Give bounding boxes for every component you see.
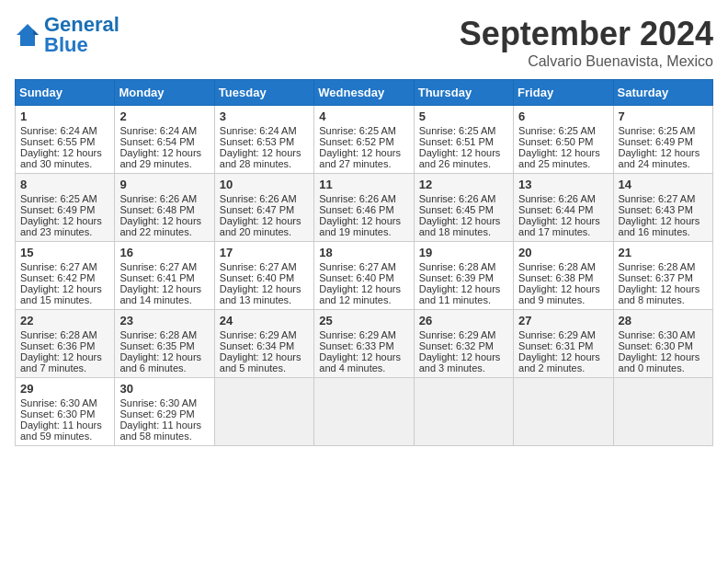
- day-number: 1: [20, 109, 109, 123]
- day-number: 4: [319, 109, 408, 123]
- table-row: 28Sunrise: 6:30 AMSunset: 6:30 PMDayligh…: [613, 310, 712, 378]
- sunrise-text: Sunrise: 6:26 AM: [319, 193, 396, 204]
- day-number: 16: [119, 246, 209, 259]
- daylight-text: Daylight: 12 hours and 28 minutes.: [220, 147, 301, 169]
- daylight-text: Daylight: 12 hours and 12 minutes.: [319, 283, 401, 305]
- calendar-week-row: 1Sunrise: 6:24 AMSunset: 6:55 PMDaylight…: [16, 106, 713, 174]
- sunrise-text: Sunrise: 6:25 AM: [20, 193, 97, 204]
- calendar-week-row: 15Sunrise: 6:27 AMSunset: 6:42 PMDayligh…: [16, 242, 713, 310]
- daylight-text: Daylight: 11 hours and 59 minutes.: [20, 419, 102, 442]
- table-row: 3Sunrise: 6:24 AMSunset: 6:53 PMDaylight…: [214, 106, 313, 174]
- sunrise-text: Sunrise: 6:25 AM: [518, 125, 596, 136]
- daylight-text: Daylight: 12 hours and 11 minutes.: [419, 283, 501, 305]
- sunset-text: Sunset: 6:52 PM: [319, 136, 393, 147]
- day-number: 29: [20, 382, 109, 396]
- sunset-text: Sunset: 6:36 PM: [20, 340, 95, 351]
- col-tuesday: Tuesday: [214, 80, 313, 106]
- day-number: 11: [319, 178, 408, 191]
- day-number: 10: [220, 178, 309, 191]
- day-number: 28: [619, 314, 708, 327]
- calendar-week-row: 29Sunrise: 6:30 AMSunset: 6:30 PMDayligh…: [16, 378, 713, 446]
- col-sunday: Sunday: [16, 80, 115, 106]
- col-wednesday: Wednesday: [314, 80, 414, 106]
- sunrise-text: Sunrise: 6:29 AM: [419, 329, 496, 340]
- day-number: 18: [319, 246, 408, 259]
- table-row: [314, 378, 414, 446]
- sunrise-text: Sunrise: 6:27 AM: [319, 261, 396, 272]
- daylight-text: Daylight: 12 hours and 14 minutes.: [119, 283, 201, 305]
- day-number: 9: [119, 178, 209, 191]
- day-number: 7: [619, 109, 708, 123]
- daylight-text: Daylight: 12 hours and 19 minutes.: [319, 215, 401, 237]
- table-row: 19Sunrise: 6:28 AMSunset: 6:39 PMDayligh…: [414, 242, 513, 310]
- sunset-text: Sunset: 6:39 PM: [419, 272, 494, 283]
- table-row: 13Sunrise: 6:26 AMSunset: 6:44 PMDayligh…: [514, 174, 613, 242]
- sunrise-text: Sunrise: 6:27 AM: [619, 193, 696, 204]
- sunset-text: Sunset: 6:48 PM: [119, 204, 194, 215]
- table-row: 9Sunrise: 6:26 AMSunset: 6:48 PMDaylight…: [115, 174, 214, 242]
- sunrise-text: Sunrise: 6:28 AM: [518, 261, 596, 272]
- day-number: 15: [20, 246, 109, 259]
- day-number: 24: [220, 314, 309, 327]
- calendar-table: Sunday Monday Tuesday Wednesday Thursday…: [15, 79, 713, 446]
- table-row: 4Sunrise: 6:25 AMSunset: 6:52 PMDaylight…: [314, 106, 414, 174]
- day-number: 30: [119, 382, 209, 396]
- sunset-text: Sunset: 6:33 PM: [319, 340, 393, 351]
- table-row: [613, 378, 712, 446]
- sunrise-text: Sunrise: 6:30 AM: [119, 397, 197, 408]
- calendar-week-row: 22Sunrise: 6:28 AMSunset: 6:36 PMDayligh…: [16, 310, 713, 378]
- daylight-text: Daylight: 12 hours and 4 minutes.: [319, 351, 401, 373]
- sunrise-text: Sunrise: 6:29 AM: [518, 329, 596, 340]
- col-friday: Friday: [514, 80, 613, 106]
- daylight-text: Daylight: 12 hours and 2 minutes.: [518, 351, 600, 373]
- sunset-text: Sunset: 6:45 PM: [419, 204, 494, 215]
- sunset-text: Sunset: 6:49 PM: [619, 136, 693, 147]
- day-number: 12: [419, 178, 508, 191]
- sunrise-text: Sunrise: 6:29 AM: [220, 329, 297, 340]
- daylight-text: Daylight: 12 hours and 6 minutes.: [119, 351, 201, 373]
- daylight-text: Daylight: 12 hours and 13 minutes.: [220, 283, 301, 305]
- table-row: 14Sunrise: 6:27 AMSunset: 6:43 PMDayligh…: [613, 174, 712, 242]
- table-row: 17Sunrise: 6:27 AMSunset: 6:40 PMDayligh…: [214, 242, 313, 310]
- daylight-text: Daylight: 12 hours and 22 minutes.: [119, 215, 201, 237]
- sunrise-text: Sunrise: 6:25 AM: [419, 125, 496, 136]
- day-number: 23: [119, 314, 209, 327]
- table-row: 24Sunrise: 6:29 AMSunset: 6:34 PMDayligh…: [214, 310, 313, 378]
- sunset-text: Sunset: 6:40 PM: [319, 272, 393, 283]
- month-title: September 2024: [460, 15, 713, 53]
- table-row: 15Sunrise: 6:27 AMSunset: 6:42 PMDayligh…: [16, 242, 115, 310]
- sunset-text: Sunset: 6:53 PM: [220, 136, 294, 147]
- day-number: 22: [20, 314, 109, 327]
- table-row: 12Sunrise: 6:26 AMSunset: 6:45 PMDayligh…: [414, 174, 513, 242]
- sunset-text: Sunset: 6:54 PM: [119, 136, 194, 147]
- table-row: 25Sunrise: 6:29 AMSunset: 6:33 PMDayligh…: [314, 310, 414, 378]
- day-number: 26: [419, 314, 508, 327]
- table-row: 11Sunrise: 6:26 AMSunset: 6:46 PMDayligh…: [314, 174, 414, 242]
- table-row: 20Sunrise: 6:28 AMSunset: 6:38 PMDayligh…: [514, 242, 613, 310]
- sunrise-text: Sunrise: 6:28 AM: [20, 329, 97, 340]
- sunset-text: Sunset: 6:35 PM: [119, 340, 194, 351]
- table-row: 10Sunrise: 6:26 AMSunset: 6:47 PMDayligh…: [214, 174, 313, 242]
- day-number: 8: [20, 178, 109, 191]
- location-title: Calvario Buenavista, Mexico: [460, 53, 713, 70]
- sunset-text: Sunset: 6:31 PM: [518, 340, 593, 351]
- daylight-text: Daylight: 12 hours and 9 minutes.: [518, 283, 600, 305]
- daylight-text: Daylight: 12 hours and 26 minutes.: [419, 147, 501, 169]
- table-row: 30Sunrise: 6:30 AMSunset: 6:29 PMDayligh…: [115, 378, 214, 446]
- table-row: 2Sunrise: 6:24 AMSunset: 6:54 PMDaylight…: [115, 106, 214, 174]
- daylight-text: Daylight: 11 hours and 58 minutes.: [119, 419, 201, 442]
- logo-text: General Blue: [44, 15, 119, 55]
- sunset-text: Sunset: 6:51 PM: [419, 136, 494, 147]
- sunrise-text: Sunrise: 6:28 AM: [619, 261, 696, 272]
- col-saturday: Saturday: [613, 80, 712, 106]
- sunset-text: Sunset: 6:41 PM: [119, 272, 194, 283]
- sunset-text: Sunset: 6:43 PM: [619, 204, 693, 215]
- logo-icon: [15, 22, 40, 48]
- sunrise-text: Sunrise: 6:26 AM: [119, 193, 197, 204]
- title-block: September 2024 Calvario Buenavista, Mexi…: [460, 15, 713, 70]
- day-number: 17: [220, 246, 309, 259]
- daylight-text: Daylight: 12 hours and 25 minutes.: [518, 147, 600, 169]
- daylight-text: Daylight: 12 hours and 18 minutes.: [419, 215, 501, 237]
- sunrise-text: Sunrise: 6:26 AM: [220, 193, 297, 204]
- daylight-text: Daylight: 12 hours and 0 minutes.: [619, 351, 700, 373]
